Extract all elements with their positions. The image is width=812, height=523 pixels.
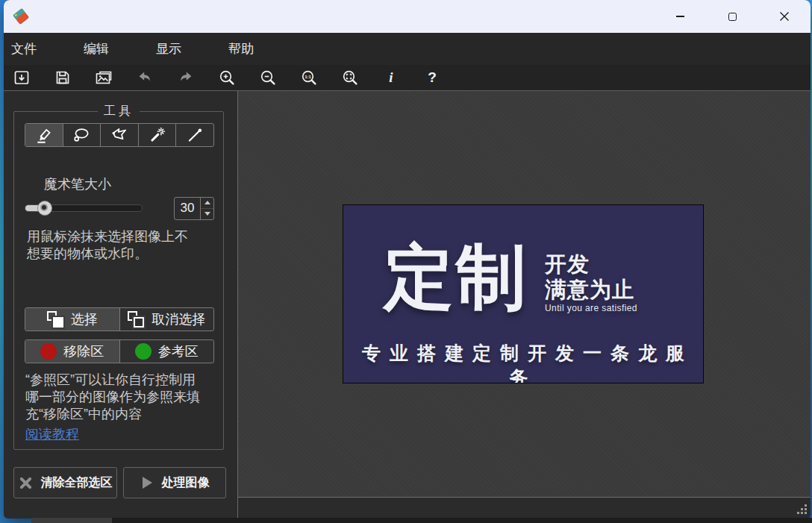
undo-button[interactable] [134,67,156,88]
brush-size-slider[interactable] [25,196,143,220]
help-button[interactable]: ? [421,67,443,88]
tool-selector [25,123,214,147]
tools-groupbox: 工具 [13,111,224,450]
slider-handle[interactable] [37,201,52,216]
spin-down-button[interactable] [201,209,213,219]
reference-hint-text: “参照区”可以让你自行控制用 哪一部分的图像作为参照来填 充“移除区”中的内容 [25,372,222,423]
open-image-button[interactable] [10,67,33,88]
eraser-app-icon [12,7,31,26]
toolbar: 1:1 i ? [4,65,811,91]
menu-help[interactable]: 帮助 [228,38,254,60]
marker-icon [34,125,54,145]
deselect-icon [128,311,145,328]
remove-area-button[interactable]: 移除区 [25,340,119,363]
minimize-button[interactable] [654,0,706,33]
info-icon: i [382,69,400,87]
clear-all-label: 清除全部选区 [41,475,113,491]
area-mode-toggle: 移除区 参考区 [25,339,214,363]
svg-text:i: i [389,69,393,85]
tools-sidebar: 工具 [4,91,237,518]
tool-magic-wand[interactable] [138,124,176,146]
zoom-fit-button[interactable] [339,67,361,88]
deselect-label: 取消选择 [152,310,205,328]
close-button[interactable] [758,0,811,33]
reference-area-button[interactable]: 参考区 [119,340,214,363]
tutorial-link[interactable]: 阅读教程 [25,425,79,443]
image-subtext-block: 开发 满意为止 Until you are satisfied [545,251,637,314]
tool-marker[interactable] [25,124,63,146]
select-mode-button[interactable]: 选择 [25,308,119,331]
loaded-image[interactable]: 定制 开发 满意为止 Until you are satisfied 专业搭建定… [343,204,704,383]
clear-all-selections-button[interactable]: 清除全部选区 [13,467,117,498]
brush-size-spinbox: 30 [174,197,214,220]
spin-up-button[interactable] [201,198,213,209]
image-canvas[interactable]: 定制 开发 满意为止 Until you are satisfied 专业搭建定… [238,91,811,497]
image-line3-text: Until you are satisfied [545,303,637,314]
remove-area-label: 移除区 [63,342,104,360]
deselect-mode-button[interactable]: 取消选择 [119,308,214,331]
save-image-button[interactable] [51,67,74,88]
zoom-actual-size-button[interactable]: 1:1 [298,67,320,88]
play-icon [140,475,154,490]
image-icon [95,69,113,87]
image-line1-text: 开发 [545,251,637,277]
magic-wand-icon [148,125,167,145]
save-icon [54,69,72,87]
brush-size-label: 魔术笔大小 [44,175,111,193]
image-footer-text: 专业搭建定制开发一条龙服务 [343,341,703,383]
app-window: 文件 编辑 显示 帮助 [4,0,811,519]
open-image-icon [13,69,31,87]
up-arrow-icon [204,201,210,204]
reference-area-dot-icon [135,343,152,360]
menu-view[interactable]: 显示 [155,38,182,60]
process-image-button[interactable]: 处理图像 [123,467,226,498]
titlebar[interactable] [4,0,811,33]
line-icon [185,125,204,145]
zoom-in-button[interactable] [216,67,238,88]
zoom-fit-icon [341,69,359,87]
redo-icon [177,69,195,87]
select-label: 选择 [71,310,98,328]
tool-line[interactable] [175,124,213,146]
zoom-in-icon [218,69,236,87]
undo-icon [136,69,154,87]
menu-file[interactable]: 文件 [10,38,37,60]
svg-text:?: ? [428,69,437,85]
process-label: 处理图像 [162,475,210,491]
down-arrow-icon [204,212,210,216]
image-headline-text: 定制 [384,242,528,313]
clear-x-icon [19,476,33,490]
tool-lasso[interactable] [63,124,101,146]
select-hint-text: 用鼠标涂抹来选择图像上不 想要的物体或水印。 [27,228,221,263]
tools-groupbox-title: 工具 [98,104,140,119]
tool-polygon-lasso[interactable] [100,124,138,146]
zoom-1-1-icon: 1:1 [300,69,318,87]
info-button[interactable]: i [380,67,402,88]
image-line2-text: 满意为止 [545,277,637,302]
select-mode-toggle: 选择 取消选择 [25,307,214,331]
resize-grip[interactable] [797,504,808,515]
maximize-icon [728,13,737,21]
menu-edit[interactable]: 编辑 [83,38,110,60]
redo-button[interactable] [175,67,197,88]
svg-text:1:1: 1:1 [304,75,311,79]
show-image-button[interactable] [93,67,115,88]
zoom-out-icon [259,69,277,87]
minimize-icon [676,16,684,17]
select-icon [47,311,64,328]
remove-area-dot-icon [40,343,57,360]
reference-area-label: 参考区 [158,342,199,360]
polygon-lasso-icon [110,125,129,145]
brush-size-value[interactable]: 30 [175,198,200,219]
taskbar-strip [31,518,812,523]
lasso-icon [72,125,91,145]
help-icon: ? [423,69,441,87]
maximize-button[interactable] [706,0,758,33]
menubar: 文件 编辑 显示 帮助 [4,33,811,65]
close-icon [779,11,790,22]
zoom-out-button[interactable] [257,67,279,88]
statusbar [238,497,811,518]
taskbar-strip-highlight [31,518,112,523]
